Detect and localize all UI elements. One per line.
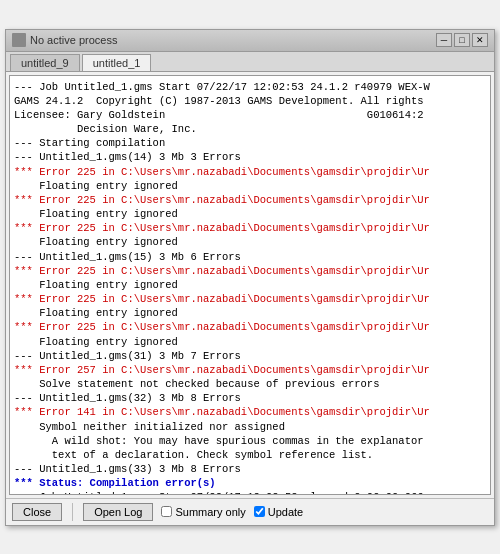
update-checkbox[interactable] [254, 506, 265, 517]
console-line: --- Starting compilation [14, 137, 165, 149]
console-line: --- Untitled_1.gms(31) 3 Mb 7 Errors [14, 350, 241, 362]
console-line: --- Untitled_1.gms(32) 3 Mb 8 Errors [14, 392, 241, 404]
close-button[interactable]: Close [12, 503, 62, 521]
minimize-icon: ─ [441, 35, 447, 45]
console-line: Symbol neither initialized nor assigned [14, 421, 285, 433]
console-line: *** Error 225 in C:\Users\mr.nazabadi\Do… [14, 166, 430, 178]
console-line: *** Error 141 in C:\Users\mr.nazabadi\Do… [14, 406, 430, 418]
console-line: Licensee: Gary Goldstein G010614:2 [14, 109, 424, 121]
maximize-icon: □ [459, 35, 464, 45]
tab-untitled1-label: untitled_1 [93, 57, 141, 69]
console-line: text of a declaration. Check symbol refe… [14, 449, 373, 461]
content-area: --- Job Untitled_1.gms Start 07/22/17 12… [9, 75, 491, 495]
console-line: Floating entry ignored [14, 279, 178, 291]
console-line: GAMS 24.1.2 Copyright (C) 1987-2013 GAMS… [14, 95, 424, 107]
open-log-button[interactable]: Open Log [83, 503, 153, 521]
console-line: --- Untitled_1.gms(14) 3 Mb 3 Errors [14, 151, 241, 163]
maximize-button[interactable]: □ [454, 33, 470, 47]
tabs-bar: untitled_9 untitled_1 [6, 52, 494, 72]
console-line: Floating entry ignored [14, 307, 178, 319]
footer: Close Open Log Summary only Update [6, 498, 494, 525]
console-line: --- Job Untitled_1.gms Start 07/22/17 12… [14, 81, 430, 93]
console-line: --- Untitled_1.gms(33) 3 Mb 8 Errors [14, 463, 241, 475]
console-line: Solve statement not checked because of p… [14, 378, 379, 390]
console-line: *** Error 225 in C:\Users\mr.nazabadi\Do… [14, 194, 430, 206]
title-controls: ─ □ ✕ [436, 33, 488, 47]
console-line: Floating entry ignored [14, 336, 178, 348]
title-bar: No active process ─ □ ✕ [6, 30, 494, 52]
console-line: *** Status: Compilation error(s) [14, 477, 216, 489]
console-line: Floating entry ignored [14, 208, 178, 220]
close-icon: ✕ [476, 35, 484, 45]
update-label[interactable]: Update [254, 506, 303, 518]
footer-separator [72, 503, 73, 521]
console-line: Floating entry ignored [14, 180, 178, 192]
console-output: --- Job Untitled_1.gms Start 07/22/17 12… [10, 76, 490, 494]
console-line: *** Error 225 in C:\Users\mr.nazabadi\Do… [14, 293, 430, 305]
tab-untitled9[interactable]: untitled_9 [10, 54, 80, 71]
tab-untitled1[interactable]: untitled_1 [82, 54, 152, 71]
console-line: Decision Ware, Inc. [14, 123, 197, 135]
update-text: Update [268, 506, 303, 518]
summary-only-checkbox[interactable] [161, 506, 172, 517]
console-line: *** Error 225 in C:\Users\mr.nazabadi\Do… [14, 222, 430, 234]
minimize-button[interactable]: ─ [436, 33, 452, 47]
console-line: --- Job Untitled_1.gms Stop 07/22/17 12:… [14, 491, 424, 493]
summary-only-label[interactable]: Summary only [161, 506, 245, 518]
console-line: Floating entry ignored [14, 236, 178, 248]
console-line: --- Untitled_1.gms(15) 3 Mb 6 Errors [14, 251, 241, 263]
window-title: No active process [30, 34, 117, 46]
main-window: No active process ─ □ ✕ untitled_9 untit… [5, 29, 495, 526]
tab-untitled9-label: untitled_9 [21, 57, 69, 69]
app-icon [12, 33, 26, 47]
console-line: *** Error 225 in C:\Users\mr.nazabadi\Do… [14, 321, 430, 333]
console-line: *** Error 257 in C:\Users\mr.nazabadi\Do… [14, 364, 430, 376]
console-line: *** Error 225 in C:\Users\mr.nazabadi\Do… [14, 265, 430, 277]
title-bar-left: No active process [12, 33, 117, 47]
summary-only-text: Summary only [175, 506, 245, 518]
console-line: A wild shot: You may have spurious comma… [14, 435, 424, 447]
close-button[interactable]: ✕ [472, 33, 488, 47]
